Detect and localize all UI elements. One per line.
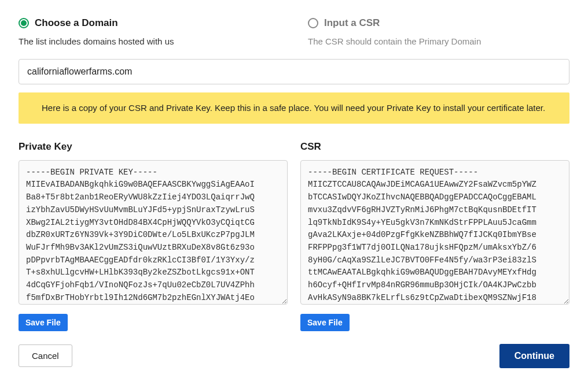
csr-heading: CSR xyxy=(300,140,569,154)
csr-generation-form: Choose a Domain The list includes domain… xyxy=(0,16,588,378)
cancel-button[interactable]: Cancel xyxy=(19,344,72,367)
radio-unselected-icon xyxy=(308,18,318,28)
domain-input[interactable] xyxy=(19,59,569,84)
private-key-heading: Private Key xyxy=(19,140,288,154)
save-csr-button[interactable]: Save File xyxy=(300,314,350,331)
choose-domain-desc: The list includes domains hosted with us xyxy=(19,35,280,48)
continue-button[interactable]: Continue xyxy=(499,344,569,368)
private-key-column: Private Key Save File xyxy=(19,140,288,331)
domain-or-csr-options: Choose a Domain The list includes domain… xyxy=(19,16,569,47)
keys-section: Private Key Save File CSR Save File xyxy=(19,140,569,331)
form-footer: Cancel Continue xyxy=(19,344,569,368)
input-csr-label: Input a CSR xyxy=(324,16,380,31)
key-safety-notice: Here is a copy of your CSR and Private K… xyxy=(19,92,569,124)
radio-selected-icon xyxy=(19,18,29,28)
option-input-csr[interactable]: Input a CSR The CSR should contain the P… xyxy=(308,16,569,47)
option-choose-domain[interactable]: Choose a Domain The list includes domain… xyxy=(19,16,280,47)
csr-textarea[interactable] xyxy=(300,160,569,305)
csr-column: CSR Save File xyxy=(300,140,569,331)
private-key-textarea[interactable] xyxy=(19,160,288,305)
save-private-key-button[interactable]: Save File xyxy=(19,314,68,331)
input-csr-desc: The CSR should contain the Primary Domai… xyxy=(308,35,569,48)
choose-domain-label: Choose a Domain xyxy=(35,16,118,31)
